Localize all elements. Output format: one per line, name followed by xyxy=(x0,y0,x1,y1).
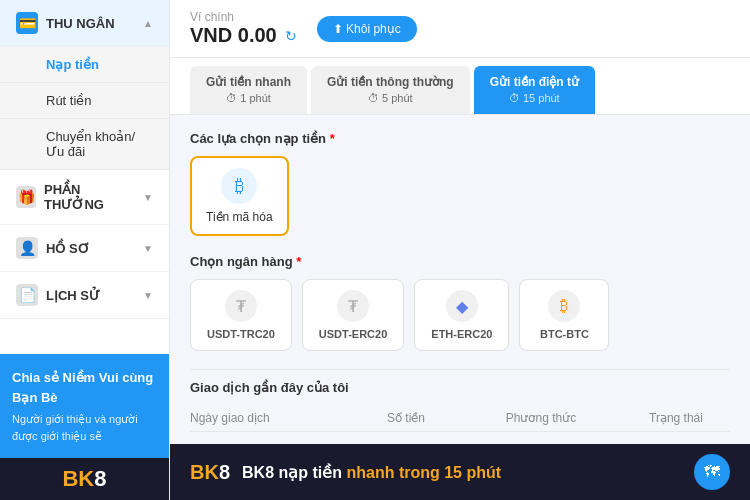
eth-erc20-label: ETH-ERC20 xyxy=(431,328,492,340)
sub-menu-thu-ngan: Nạp tiền Rút tiền Chuyển khoản/Ưu đãi xyxy=(0,47,169,170)
topbar: Ví chính VND 0.00 ↻ ⬆ Khôi phục xyxy=(170,0,750,58)
sidebar-item-thu-ngan-label: THU NGÂN xyxy=(46,16,115,31)
currency-option-crypto[interactable]: ₿ Tiền mã hóa xyxy=(190,156,289,236)
sidebar-item-thu-ngan[interactable]: 💳 THU NGÂN ▲ xyxy=(0,0,169,47)
chevron-icon-thu-ngan: ▲ xyxy=(143,18,153,29)
main-content: Ví chính VND 0.00 ↻ ⬆ Khôi phục Gửi tiền… xyxy=(170,0,750,500)
sub-menu-item-nap-tien[interactable]: Nạp tiền xyxy=(0,47,169,83)
tab-nhanh-sub: ⏱ 1 phút xyxy=(226,91,271,106)
tx-table-header: Ngày giao dịch Số tiền Phương thức Trạng… xyxy=(190,405,730,432)
tab-thuong-sub: ⏱ 5 phút xyxy=(368,91,413,106)
sidebar-item-ho-so[interactable]: 👤 HỒ SƠ ▼ xyxy=(0,225,169,272)
eth-erc20-icon: ◆ xyxy=(446,290,478,322)
wallet-info: Ví chính VND 0.00 ↻ xyxy=(190,10,297,47)
tab-dien-tu-name: Gửi tiền điện tử xyxy=(490,74,579,91)
phan-thuong-icon: 🎁 xyxy=(16,186,36,208)
currency-options: ₿ Tiền mã hóa xyxy=(190,156,730,236)
footer-bk8-logo: BK8 xyxy=(190,461,230,484)
btc-btc-label: BTC-BTC xyxy=(540,328,589,340)
divider xyxy=(190,369,730,370)
recent-tx-header: Giao dịch gần đây của tôi xyxy=(190,380,730,395)
tabs-bar: Gửi tiền nhanh ⏱ 1 phút Gửi tiền thông t… xyxy=(170,58,750,115)
tab-dien-tu[interactable]: Gửi tiền điện tử ⏱ 15 phút xyxy=(474,66,595,114)
footer-banner-text: BK8 nạp tiền nhanh trong 15 phút xyxy=(242,463,501,482)
sidebar: 💳 THU NGÂN ▲ Nạp tiền Rút tiền Chuyển kh… xyxy=(0,0,170,500)
restore-button-label: ⬆ Khôi phục xyxy=(333,22,401,36)
bank-option-eth-erc20[interactable]: ◆ ETH-ERC20 xyxy=(414,279,509,351)
usdt-erc20-icon: ₮ xyxy=(337,290,369,322)
footer-text-highlight: nhanh trong 15 phút xyxy=(346,464,501,481)
sidebar-item-ho-so-label: HỒ SƠ xyxy=(46,241,90,256)
sidebar-item-phan-thuong-label: PHẦN THƯỞNG xyxy=(44,182,135,212)
tab-thuong-name: Gửi tiền thông thường xyxy=(327,74,454,91)
tab-dien-tu-sub: ⏱ 15 phút xyxy=(509,91,560,106)
required-marker-bank: * xyxy=(296,254,301,269)
tx-col-amount: Số tiền xyxy=(352,411,460,425)
tx-col-method: Phương thức xyxy=(460,411,622,425)
tab-nhanh-name: Gửi tiền nhanh xyxy=(206,74,291,91)
required-marker-currency: * xyxy=(330,131,335,146)
chevron-icon-lich-su: ▼ xyxy=(143,290,153,301)
sub-menu-item-chuyen-khoan[interactable]: Chuyển khoản/Ưu đãi xyxy=(0,119,169,170)
bank-section-label: Chọn ngân hàng * xyxy=(190,254,730,269)
currency-section-label: Các lựa chọn nạp tiền * xyxy=(190,131,730,146)
usdt-trc20-label: USDT-TRC20 xyxy=(207,328,275,340)
share-box-desc: Người giới thiệu và người được giới thiệ… xyxy=(12,411,157,444)
wallet-amount: VND 0.00 xyxy=(190,24,277,47)
lich-su-icon: 📄 xyxy=(16,284,38,306)
share-box-title: Chia sẻ Niềm Vui cùng Bạn Bè xyxy=(12,368,157,407)
btc-btc-icon: ₿ xyxy=(548,290,580,322)
content-area: Các lựa chọn nạp tiền * ₿ Tiền mã hóa Ch… xyxy=(170,115,750,444)
refresh-icon[interactable]: ↻ xyxy=(285,28,297,44)
sub-menu-item-rut-tien[interactable]: Rút tiền xyxy=(0,83,169,119)
bank-option-usdt-trc20[interactable]: ₮ USDT-TRC20 xyxy=(190,279,292,351)
tx-col-status: Trạng thái xyxy=(622,411,730,425)
ho-so-icon: 👤 xyxy=(16,237,38,259)
sidebar-item-lich-su[interactable]: 📄 LỊCH SỬ ▼ xyxy=(0,272,169,319)
thu-ngan-icon: 💳 xyxy=(16,12,38,34)
map-icon: 🗺 xyxy=(704,463,720,481)
bank-option-usdt-erc20[interactable]: ₮ USDT-ERC20 xyxy=(302,279,404,351)
tx-col-date: Ngày giao dịch xyxy=(190,411,352,425)
footer-text-brand: BK8 nạp tiền xyxy=(242,464,346,481)
crypto-label: Tiền mã hóa xyxy=(206,210,273,224)
usdt-erc20-label: USDT-ERC20 xyxy=(319,328,387,340)
tab-thuong[interactable]: Gửi tiền thông thường ⏱ 5 phút xyxy=(311,66,470,114)
map-button[interactable]: 🗺 xyxy=(694,454,730,490)
tab-nhanh[interactable]: Gửi tiền nhanh ⏱ 1 phút xyxy=(190,66,307,114)
restore-button[interactable]: ⬆ Khôi phục xyxy=(317,16,417,42)
sidebar-bk8-logo: BK8 xyxy=(62,466,106,492)
bank-option-btc-btc[interactable]: ₿ BTC-BTC xyxy=(519,279,609,351)
share-box: Chia sẻ Niềm Vui cùng Bạn Bè Người giới … xyxy=(0,354,169,458)
wallet-label: Ví chính xyxy=(190,10,297,24)
chevron-icon-ho-so: ▼ xyxy=(143,243,153,254)
chevron-icon-phan-thuong: ▼ xyxy=(143,192,153,203)
footer-banner: BK8 BK8 nạp tiền nhanh trong 15 phút 🗺 xyxy=(170,444,750,500)
sidebar-item-lich-su-label: LỊCH SỬ xyxy=(46,288,100,303)
bank-options: ₮ USDT-TRC20 ₮ USDT-ERC20 ◆ ETH-ERC20 ₿ … xyxy=(190,279,730,351)
usdt-trc20-icon: ₮ xyxy=(225,290,257,322)
crypto-icon: ₿ xyxy=(221,168,257,204)
sidebar-logo-area: BK8 xyxy=(0,458,169,500)
sidebar-item-phan-thuong[interactable]: 🎁 PHẦN THƯỞNG ▼ xyxy=(0,170,169,225)
